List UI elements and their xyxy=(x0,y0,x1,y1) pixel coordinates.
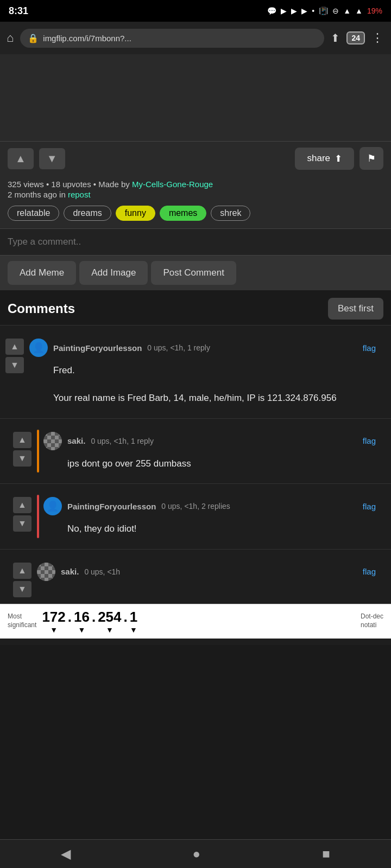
time-ago: 2 months ago in xyxy=(8,190,66,199)
flag-link[interactable]: flag xyxy=(363,436,376,445)
vote-col: ▲ ▼ xyxy=(8,425,37,477)
ip-octet-2: 16 xyxy=(74,609,90,626)
made-by-user[interactable]: My-Cells-Gone-Rouge xyxy=(132,180,213,189)
comment-item: ▲ ▼ saki. 0 ups, <1h, 1 reply flag ips d… xyxy=(0,418,391,484)
upvote-button[interactable]: ▲ xyxy=(8,148,34,169)
tag-shrek[interactable]: shrek xyxy=(211,206,250,221)
comment-content: 👤 PaintingForyourlesson 0 ups, <1h, 1 re… xyxy=(29,332,391,412)
comment-input-area xyxy=(0,228,391,255)
comment-downvote-button[interactable]: ▼ xyxy=(13,450,31,467)
wifi-icon: ▲ xyxy=(343,7,351,15)
vote-col: ▲ ▼ xyxy=(8,490,37,542)
comment-content: 👤 PaintingForyourlesson 0 ups, <1h, 2 re… xyxy=(43,490,391,542)
url-text: imgflip.com/i/7mbonn?... xyxy=(43,34,131,43)
share-icon[interactable]: ⬆ xyxy=(331,31,340,44)
vote-col: ▲ ▼ xyxy=(0,332,29,412)
comment-username: saki. xyxy=(61,567,79,576)
flag-link[interactable]: flag xyxy=(363,343,376,353)
ip-octet-4: 1 xyxy=(130,609,137,626)
comment-upvote-button[interactable]: ▲ xyxy=(5,339,24,355)
tags-bar: relatable dreams funny memes shrek xyxy=(0,201,391,228)
upvote-arrow-icon: ▲ xyxy=(15,152,26,165)
separator2: • xyxy=(93,180,98,189)
comment-item: ▲ ▼ saki. 0 ups, <1h flag Mostsignifican… xyxy=(0,549,391,645)
separator1: • xyxy=(46,180,51,189)
back-button[interactable]: ◀ xyxy=(61,846,71,861)
time-line: 2 months ago in repost xyxy=(8,190,383,199)
comment-downvote-button[interactable]: ▼ xyxy=(13,515,31,532)
comment-item: ▲ ▼ 👤 PaintingForyourlesson 0 ups, <1h, … xyxy=(0,325,391,418)
home-button[interactable]: ● xyxy=(192,846,200,861)
avatar xyxy=(37,563,55,581)
sort-button[interactable]: Best first xyxy=(328,298,383,320)
comment-username: saki. xyxy=(67,436,85,445)
favorite-button[interactable]: ⚑ xyxy=(360,147,383,170)
ip-section-4: 1 ▼ xyxy=(130,609,137,634)
share-arrow-icon: ⬆ xyxy=(335,153,342,164)
flag-link[interactable]: flag xyxy=(363,502,376,511)
add-image-button[interactable]: Add Image xyxy=(79,261,148,285)
comment-downvote-button[interactable]: ▼ xyxy=(5,357,24,373)
status-icons: 💬 ▶ ▶ ▶ • 📳 ⊖ ▲ ▲ 19% xyxy=(267,7,382,15)
comment-upvote-button[interactable]: ▲ xyxy=(13,432,31,448)
ip-section-3: 254 ▼ xyxy=(98,609,121,634)
recent-button[interactable]: ■ xyxy=(322,846,330,861)
flag-link[interactable]: flag xyxy=(363,567,376,576)
indent-bar xyxy=(37,430,39,473)
ip-section-1: 172 ▼ xyxy=(42,609,65,634)
comment-content: saki. 0 ups, <1h, 1 reply flag ips dont … xyxy=(43,425,391,477)
status-bar: 8:31 💬 ▶ ▶ ▶ • 📳 ⊖ ▲ ▲ 19% xyxy=(0,0,391,22)
ip-dot-3: . xyxy=(124,609,128,626)
add-buttons-bar: Add Meme Add Image Post Comment xyxy=(0,255,391,290)
comment-body: Fred. Your real name is Fred Barb, 14, m… xyxy=(29,363,383,405)
downvote-button[interactable]: ▼ xyxy=(39,148,65,169)
ip-octet-3: 254 xyxy=(98,609,121,626)
status-time: 8:31 xyxy=(9,5,28,17)
comments-header: Comments Best first xyxy=(0,290,391,325)
vote-col: ▲ ▼ xyxy=(8,556,37,604)
home-icon[interactable]: ⌂ xyxy=(7,31,14,45)
indent-bar xyxy=(37,495,39,538)
comment-meta: 0 ups, <1h, 1 reply xyxy=(147,343,210,352)
comments-title: Comments xyxy=(8,301,75,316)
ip-arrow-3: ▼ xyxy=(106,626,113,634)
ip-octet-group: 172 ▼ . 16 ▼ . 254 ▼ . 1 ▼ xyxy=(42,609,137,634)
comment-content: saki. 0 ups, <1h flag xyxy=(37,556,391,604)
tag-dreams[interactable]: dreams xyxy=(64,206,111,221)
channel-link[interactable]: repost xyxy=(68,190,91,199)
meme-image-area xyxy=(0,54,391,141)
tab-count[interactable]: 24 xyxy=(346,31,365,44)
url-box[interactable]: 🔒 imgflip.com/i/7mbonn?... xyxy=(20,29,324,48)
comment-item: ▲ ▼ 👤 PaintingForyourlesson 0 ups, <1h, … xyxy=(0,483,391,549)
comment-meta: 0 ups, <1h, 2 replies xyxy=(161,502,230,510)
comment-downvote-button[interactable]: ▼ xyxy=(13,581,31,597)
ip-dot-2: . xyxy=(92,609,96,626)
most-significant-label: Mostsignificant xyxy=(8,612,36,629)
ip-dot-1: . xyxy=(68,609,72,626)
ip-tooltip: Mostsignificant 172 ▼ . 16 ▼ . 254 ▼ . 1… xyxy=(0,604,391,639)
avatar xyxy=(43,432,62,450)
comment-meta: 0 ups, <1h xyxy=(84,567,120,576)
comment-input[interactable] xyxy=(8,237,383,247)
comment-username: PaintingForyourlesson xyxy=(53,343,142,353)
comment-upvote-button[interactable]: ▲ xyxy=(13,563,31,579)
vibrate-icon: 📳 xyxy=(319,7,328,15)
dnd-icon: ⊖ xyxy=(332,7,339,15)
tag-relatable[interactable]: relatable xyxy=(8,206,59,221)
share-icon: share xyxy=(307,153,330,164)
comment-upvote-button[interactable]: ▲ xyxy=(13,497,31,513)
add-meme-button[interactable]: Add Meme xyxy=(8,261,76,285)
ip-section-2: 16 ▼ xyxy=(74,609,90,634)
ip-arrow-1: ▼ xyxy=(50,626,58,634)
share-button[interactable]: share ⬆ xyxy=(295,148,354,170)
dot-dec-label: Dot-decnotati xyxy=(361,612,383,629)
tag-memes[interactable]: memes xyxy=(160,206,206,221)
ip-octet-1: 172 xyxy=(42,609,65,626)
avatar: 👤 xyxy=(43,497,62,515)
lock-icon: 🔒 xyxy=(28,33,39,43)
menu-icon[interactable]: ⋮ xyxy=(371,31,384,45)
tag-funny[interactable]: funny xyxy=(116,206,155,221)
post-comment-button[interactable]: Post Comment xyxy=(151,261,236,285)
youtube-icon3: ▶ xyxy=(301,7,307,15)
battery-icon: 19% xyxy=(367,7,382,15)
